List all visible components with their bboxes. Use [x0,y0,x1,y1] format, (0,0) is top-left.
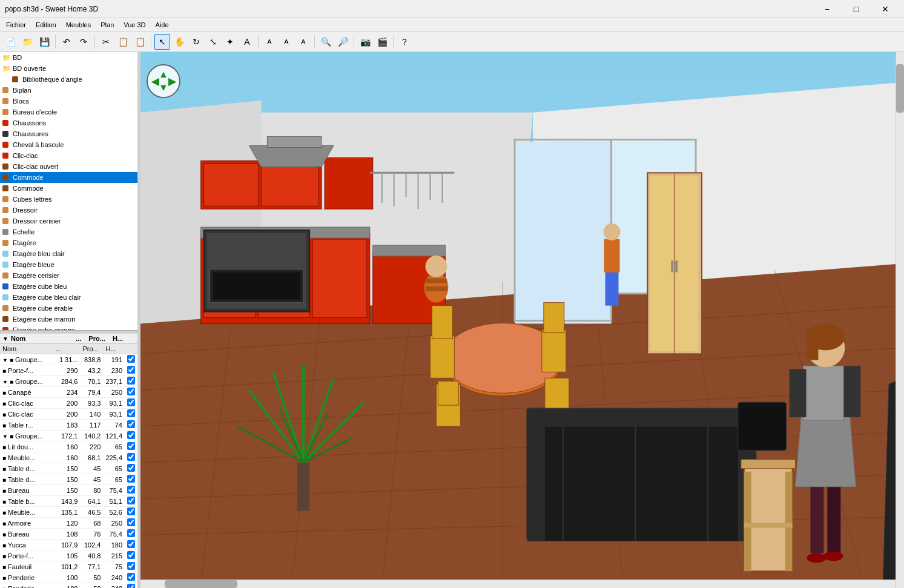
scroll-horizontal[interactable] [140,580,896,588]
props-cell-check-18[interactable] [125,550,137,561]
menu-edition[interactable]: Edition [31,20,61,30]
view-3d[interactable]: -20m24681012141618202224262830 ▲ ▼ ◀ ▶ [140,52,904,588]
row-checkbox-7[interactable] [127,431,135,439]
row-checkbox-12[interactable] [127,486,135,494]
tb-btn-5[interactable]: ✦ [222,34,238,50]
furniture-item-13[interactable]: Cubes lettres [0,194,137,205]
props-row-8[interactable]: ■ Lit dou... 160 220 65 [0,441,137,452]
props-row-10[interactable]: ■ Table d... 150 45 65 [0,463,137,474]
furniture-list[interactable]: 📁BD📁BD ouverteBibliothèque d'angleBiplan… [0,52,137,331]
furniture-item-5[interactable]: Bureau d'ecole [0,107,137,117]
tb-btn-6[interactable]: A [239,34,255,50]
open-button[interactable]: 📁 [19,34,35,50]
row-checkbox-4[interactable] [127,398,135,406]
props-cell-check-4[interactable] [125,398,137,409]
row-checkbox-5[interactable] [127,409,135,417]
menu-fichier[interactable]: Fichier [1,20,31,30]
row-checkbox-17[interactable] [127,540,135,548]
props-cell-check-10[interactable] [125,463,137,474]
tb-btn-9[interactable]: A [295,34,311,50]
zoom-out-button[interactable]: 🔎 [335,34,351,50]
props-cell-check-16[interactable] [125,529,137,540]
row-checkbox-14[interactable] [127,507,135,515]
props-cell-check-14[interactable] [125,507,137,518]
row-checkbox-11[interactable] [127,475,135,483]
furniture-item-15[interactable]: Dressoir cerisier [0,216,137,226]
props-row-18[interactable]: ■ Porte-f... 105 40,8 215 [0,550,137,561]
nav-compass[interactable]: ▲ ▼ ◀ ▶ [147,64,180,98]
props-row-17[interactable]: ■ Yucca 107,9 102,4 180 [0,540,137,550]
undo-button[interactable]: ↶ [59,34,74,50]
props-row-11[interactable]: ■ Table d... 150 45 65 [0,474,137,485]
props-cell-check-6[interactable] [125,420,137,431]
furniture-item-11[interactable]: Commode [0,172,137,183]
resize-button[interactable]: ⤡ [205,34,221,50]
props-row-4[interactable]: ■ Clic-clac 200 93,3 93,1 [0,398,137,409]
save-button[interactable]: 💾 [36,34,52,50]
photo-button[interactable]: 📷 [357,34,373,50]
props-row-20[interactable]: ■ Penderie 100 50 240 [0,572,137,583]
furniture-item-25[interactable]: Etagère cube orange [0,325,137,331]
tb-btn-8[interactable]: A [279,34,294,50]
furniture-item-1[interactable]: 📁BD ouverte [0,63,137,74]
menu-meubles[interactable]: Meubles [61,20,96,30]
props-cell-check-7[interactable] [125,431,137,441]
row-checkbox-8[interactable] [127,442,135,450]
furniture-item-10[interactable]: Clic-clac ouvert [0,161,137,172]
furniture-item-8[interactable]: Cheval à bascule [0,139,137,150]
menu-aide[interactable]: Aide [151,20,174,30]
props-cell-check-3[interactable] [125,387,137,398]
props-cell-check-15[interactable] [125,518,137,529]
menu-plan[interactable]: Plan [96,20,119,30]
row-checkbox-20[interactable] [127,573,135,581]
row-checkbox-6[interactable] [127,420,135,428]
row-checkbox-1[interactable] [127,366,135,374]
row-checkbox-0[interactable] [127,355,135,363]
props-cell-check-2[interactable] [125,376,137,387]
cut-button[interactable]: ✂ [98,34,114,50]
props-cell-check-0[interactable] [125,354,137,365]
props-cell-check-5[interactable] [125,409,137,420]
minimize-button[interactable]: − [813,0,841,18]
scroll-vertical[interactable] [896,52,904,588]
row-checkbox-3[interactable] [127,388,135,395]
props-row-5[interactable]: ■ Clic-clac 200 140 93,1 [0,409,137,420]
props-cell-check-20[interactable] [125,572,137,583]
furniture-item-9[interactable]: Clic-clac [0,150,137,161]
row-checkbox-2[interactable] [127,377,135,385]
new-button[interactable]: 📄 [2,34,18,50]
row-checkbox-19[interactable] [127,562,135,570]
props-row-16[interactable]: ■ Bureau 108 76 75,4 [0,529,137,540]
props-row-1[interactable]: ■ Porte-f... 290 43,2 230 [0,365,137,376]
furniture-item-0[interactable]: 📁BD [0,52,137,63]
row-checkbox-10[interactable] [127,464,135,472]
props-row-9[interactable]: ■ Meuble... 160 68,1 225,4 [0,452,137,463]
furniture-item-23[interactable]: Etagère cube érable [0,303,137,314]
furniture-item-3[interactable]: Biplan [0,85,137,96]
furniture-item-14[interactable]: Dressoir [0,205,137,216]
furniture-item-12[interactable]: Commode [0,183,137,194]
props-table-wrap[interactable]: Nom ... Pro... H... ▼ ■ Groupe... 1 31..… [0,344,137,588]
furniture-item-19[interactable]: Etagère bleue [0,259,137,270]
props-row-2[interactable]: ▼ ■ Groupe... 284,6 70,1 237,1 [0,376,137,387]
props-row-7[interactable]: ▼ ■ Groupe... 172,1 140,2 121,4 [0,431,137,441]
furniture-item-6[interactable]: Chaussons [0,117,137,128]
furniture-item-24[interactable]: Etagère cube marron [0,314,137,325]
row-checkbox-21[interactable] [127,584,135,588]
row-checkbox-13[interactable] [127,497,135,504]
props-row-15[interactable]: ■ Armoire 120 68 250 [0,518,137,529]
props-cell-check-1[interactable] [125,365,137,376]
expand-icon-7[interactable]: ▼ [2,434,8,440]
props-row-14[interactable]: ■ Meuble... 135,1 46,5 52,6 [0,507,137,518]
copy-button[interactable]: 📋 [115,34,131,50]
row-checkbox-15[interactable] [127,518,135,526]
furniture-item-4[interactable]: Blocs [0,96,137,107]
furniture-item-17[interactable]: Etagère [0,237,137,248]
expand-icon-0[interactable]: ▼ [2,357,8,363]
close-button[interactable]: ✕ [871,0,899,18]
paste-button[interactable]: 📋 [132,34,148,50]
menu-vue3d[interactable]: Vue 3D [119,20,150,30]
props-cell-check-19[interactable] [125,561,137,572]
props-cell-check-21[interactable] [125,583,137,589]
furniture-item-20[interactable]: Etagère cerisier [0,270,137,281]
